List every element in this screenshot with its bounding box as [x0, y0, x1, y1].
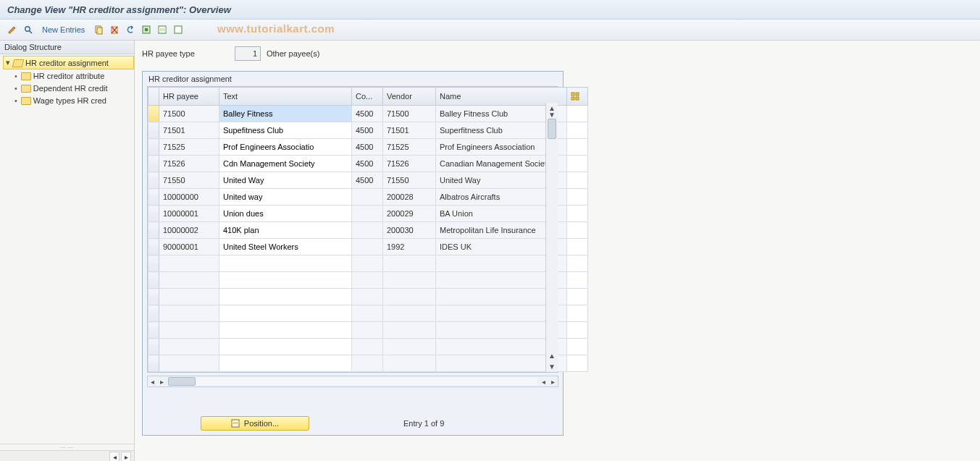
cell-hr-payee[interactable]: 71526: [159, 156, 219, 172]
row-selector[interactable]: [148, 189, 159, 206]
row-selector[interactable]: [148, 139, 159, 156]
cell-vendor[interactable]: 71526: [383, 156, 436, 172]
col-text[interactable]: Text: [219, 88, 352, 106]
copy-icon[interactable]: [92, 23, 105, 36]
cell-vendor[interactable]: 71550: [383, 172, 436, 189]
row-selector[interactable]: [148, 289, 159, 305]
row-selector[interactable]: [148, 272, 159, 289]
col-hr-payee[interactable]: HR payee: [159, 88, 219, 106]
table-row[interactable]: 10000000United way200028Albatros Aircraf…: [148, 189, 588, 206]
cell-empty[interactable]: [219, 339, 352, 355]
tree-node-dependent-hr-credit[interactable]: Dependent HR credit: [16, 82, 134, 94]
table-row-empty[interactable]: [148, 339, 588, 355]
cell-hr-payee[interactable]: 10000001: [159, 206, 219, 222]
cell-hr-payee[interactable]: 71525: [159, 139, 219, 156]
cell-co[interactable]: 4500: [352, 106, 383, 122]
tree-label[interactable]: Dependent HR credit: [33, 84, 108, 93]
table-row[interactable]: 10000002410K plan200030Metropolitan Life…: [148, 222, 588, 239]
cell-co[interactable]: [352, 189, 383, 206]
cell-vendor[interactable]: 200028: [383, 189, 436, 206]
scroll-down2-icon[interactable]: ▼: [548, 361, 556, 372]
cell-empty[interactable]: [219, 305, 352, 322]
row-selector[interactable]: [148, 156, 159, 172]
cell-hr-payee[interactable]: 90000001: [159, 239, 219, 255]
select-block-icon[interactable]: [156, 23, 169, 36]
find-icon[interactable]: [22, 23, 35, 36]
toggle-display-change-icon[interactable]: [6, 23, 19, 36]
cell-empty[interactable]: [219, 255, 352, 272]
undo-icon[interactable]: [124, 23, 137, 36]
hr-creditor-assignment-grid[interactable]: HR payee Text Co... Vendor Name 71500Bal…: [148, 87, 588, 372]
cell-vendor[interactable]: 200029: [383, 206, 436, 222]
row-selector[interactable]: [148, 339, 159, 355]
table-row-empty[interactable]: [148, 355, 588, 372]
table-row[interactable]: 71500Balley Fitness450071500Balley Fitne…: [148, 106, 588, 122]
cell-hr-payee[interactable]: 10000002: [159, 222, 219, 239]
tree-node-hr-creditor-attribute[interactable]: HR creditor attribute: [16, 69, 134, 82]
sidebar-scroll-right-icon[interactable]: ▸: [121, 452, 131, 461]
row-selector[interactable]: [148, 255, 159, 272]
horizontal-scrollbar[interactable]: ◂ ▸ ◂ ▸: [147, 376, 558, 387]
delete-icon[interactable]: [108, 23, 121, 36]
table-row[interactable]: 71525Prof Engineers Associatio450071525P…: [148, 139, 588, 156]
table-row-empty[interactable]: [148, 255, 588, 272]
sidebar-grip[interactable]: [0, 444, 134, 450]
table-row-empty[interactable]: [148, 305, 588, 322]
tree-node-hr-creditor-assignment[interactable]: ▾ HR creditor assignment: [3, 56, 134, 69]
dialog-structure-tree[interactable]: ▾ HR creditor assignment HR creditor att…: [0, 54, 134, 444]
new-entries-button[interactable]: New Entries: [38, 25, 89, 34]
row-selector[interactable]: [148, 206, 159, 222]
hscroll-right-icon[interactable]: ▸: [157, 378, 167, 386]
cell-hr-payee[interactable]: 71500: [159, 106, 219, 122]
table-row[interactable]: 71501Supefitness Club450071501Superfitne…: [148, 122, 588, 139]
cell-text[interactable]: Supefitness Club: [219, 122, 352, 139]
cell-co[interactable]: 4500: [352, 156, 383, 172]
table-row-empty[interactable]: [148, 272, 588, 289]
cell-co[interactable]: [352, 239, 383, 255]
row-selector[interactable]: [148, 239, 159, 255]
row-selector[interactable]: [148, 355, 159, 372]
cell-text[interactable]: Prof Engineers Associatio: [219, 139, 352, 156]
row-selector[interactable]: [148, 106, 159, 122]
cell-hr-payee[interactable]: 71550: [159, 172, 219, 189]
cell-text[interactable]: United Steel Workers: [219, 239, 352, 255]
cell-empty[interactable]: [219, 322, 352, 339]
deselect-all-icon[interactable]: [172, 23, 185, 36]
table-row-empty[interactable]: [148, 289, 588, 305]
cell-co[interactable]: [352, 222, 383, 239]
cell-text[interactable]: Balley Fitness: [219, 106, 352, 122]
row-selector[interactable]: [148, 222, 159, 239]
row-selector[interactable]: [148, 172, 159, 189]
cell-vendor[interactable]: 71501: [383, 122, 436, 139]
cell-vendor[interactable]: 71500: [383, 106, 436, 122]
cell-text[interactable]: United Way: [219, 172, 352, 189]
tree-label[interactable]: HR creditor attribute: [33, 72, 104, 80]
table-config-icon[interactable]: [567, 88, 588, 106]
table-row[interactable]: 10000001Union dues200029BA Union: [148, 206, 588, 222]
hscroll-right2-icon[interactable]: ▸: [548, 378, 558, 386]
hscroll-left-icon[interactable]: ◂: [148, 378, 157, 386]
tree-collapse-icon[interactable]: ▾: [4, 58, 12, 67]
cell-co[interactable]: 4500: [352, 122, 383, 139]
cell-text[interactable]: United way: [219, 189, 352, 206]
cell-text[interactable]: 410K plan: [219, 222, 352, 239]
cell-co[interactable]: 4500: [352, 172, 383, 189]
cell-co[interactable]: [352, 206, 383, 222]
table-row[interactable]: 71526Cdn Management Society450071526Cana…: [148, 156, 588, 172]
cell-vendor[interactable]: 1992: [383, 239, 436, 255]
tree-node-wage-types-hr-cred[interactable]: Wage types HR cred: [16, 94, 134, 106]
scroll-up2-icon[interactable]: ▲: [548, 350, 556, 361]
col-co[interactable]: Co...: [352, 88, 383, 106]
cell-empty[interactable]: [219, 272, 352, 289]
cell-vendor[interactable]: 200030: [383, 222, 436, 239]
hscroll-thumb[interactable]: [168, 377, 196, 386]
hscroll-left2-icon[interactable]: ◂: [539, 378, 548, 386]
cell-co[interactable]: 4500: [352, 139, 383, 156]
row-selector[interactable]: [148, 122, 159, 139]
vertical-scrollbar[interactable]: ▲ ▼ ▲ ▼: [545, 103, 558, 372]
row-selector-header[interactable]: [148, 88, 159, 106]
cell-hr-payee[interactable]: 10000000: [159, 189, 219, 206]
sidebar-scroll-left-icon[interactable]: ◂: [109, 452, 120, 461]
table-row[interactable]: 90000001United Steel Workers1992IDES UK: [148, 239, 588, 255]
tree-label[interactable]: Wage types HR cred: [33, 96, 106, 105]
